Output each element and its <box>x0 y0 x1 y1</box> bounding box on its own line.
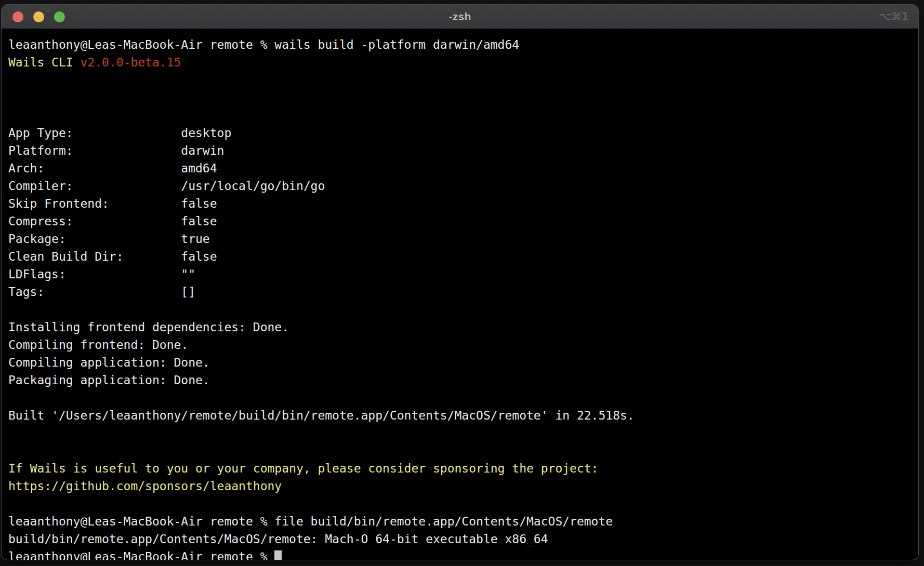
terminal-blank-line <box>8 424 913 442</box>
terminal-text-segment: leaanthony@Leas-MacBook-Air remote % fil… <box>8 515 613 528</box>
sponsor-url[interactable]: https://github.com/sponsors/leaanthony <box>8 479 282 493</box>
config-row-package: Package: true <box>8 230 913 248</box>
terminal-text-segment: Wails CLI <box>8 56 80 69</box>
terminal-blank-line <box>8 89 913 106</box>
terminal-text-segment: If Wails is useful to you or your compan… <box>8 462 598 475</box>
terminal-text-segment: Compress: false <box>8 214 217 228</box>
terminal-blank-line <box>8 301 913 318</box>
terminal-text-segment: Platform: darwin <box>8 144 224 157</box>
prompt-line-build-command: leaanthony@Leas-MacBook-Air remote % wai… <box>8 36 913 53</box>
terminal-text-segment: Compiling frontend: Done. <box>8 338 188 352</box>
config-row-compress: Compress: false <box>8 212 913 230</box>
terminal-text-segment: App Type: desktop <box>8 126 231 140</box>
traffic-lights <box>12 5 65 29</box>
terminal-text-segment: Arch: amd64 <box>8 161 217 175</box>
config-row-compiler: Compiler: /usr/local/go/bin/go <box>8 177 913 195</box>
sponsor-url-line: https://github.com/sponsors/leaanthony <box>8 477 913 495</box>
terminal-text-segment: v2.0.0-beta.15 <box>80 56 181 69</box>
file-command-output-line: build/bin/remote.app/Contents/MacOS/remo… <box>8 530 913 548</box>
terminal-text-segment: leaanthony@Leas-MacBook-Air remote % wai… <box>8 38 519 51</box>
status-compiling-frontend: Compiling frontend: Done. <box>8 336 913 354</box>
terminal-window: -zsh ⌥⌘1 leaanthony@Leas-MacBook-Air rem… <box>1 4 919 560</box>
config-row-app-type: App Type: desktop <box>8 124 913 142</box>
terminal-text-segment: Compiling application: Done. <box>8 356 210 369</box>
zoom-button[interactable] <box>54 11 65 22</box>
titlebar[interactable]: -zsh ⌥⌘1 <box>2 5 918 29</box>
tab-shortcut-label: ⌥⌘1 <box>879 5 909 29</box>
terminal-blank-line <box>8 442 913 460</box>
sponsor-message-line: If Wails is useful to you or your compan… <box>8 460 913 477</box>
terminal-blank-line <box>8 389 913 407</box>
minimize-button[interactable] <box>33 11 44 22</box>
terminal-text-segment: Built '/Users/leaanthony/remote/build/bi… <box>8 409 635 422</box>
config-row-platform: Platform: darwin <box>8 142 913 159</box>
prompt-line-file-command: leaanthony@Leas-MacBook-Air remote % fil… <box>8 513 913 530</box>
close-button[interactable] <box>12 11 23 22</box>
terminal-cursor <box>274 550 282 560</box>
config-row-clean-build-dir: Clean Build Dir: false <box>8 248 913 265</box>
terminal-text-segment: Compiler: /usr/local/go/bin/go <box>8 179 325 193</box>
terminal-text-segment: build/bin/remote.app/Contents/MacOS/remo… <box>8 532 548 546</box>
terminal-text-segment: leaanthony@Leas-MacBook-Air remote % <box>8 550 274 560</box>
terminal-blank-line <box>8 106 913 124</box>
terminal-blank-line <box>8 495 913 513</box>
terminal-blank-line <box>8 71 913 89</box>
terminal-text-segment: Tags: [] <box>8 285 195 299</box>
config-row-ldflags: LDFlags: "" <box>8 265 913 283</box>
terminal-output[interactable]: leaanthony@Leas-MacBook-Air remote % wai… <box>2 29 918 560</box>
terminal-text-segment: Skip Frontend: false <box>8 197 217 210</box>
config-row-arch: Arch: amd64 <box>8 159 913 177</box>
status-compiling-application: Compiling application: Done. <box>8 354 913 371</box>
status-installing-frontend-deps: Installing frontend dependencies: Done. <box>8 318 913 336</box>
terminal-text-segment: Installing frontend dependencies: Done. <box>8 320 289 334</box>
wails-cli-version-line: Wails CLI v2.0.0-beta.15 <box>8 53 913 71</box>
config-row-tags: Tags: [] <box>8 283 913 301</box>
terminal-text-segment: Packaging application: Done. <box>8 373 210 387</box>
terminal-text-segment: Clean Build Dir: false <box>8 250 217 263</box>
config-row-skip-frontend: Skip Frontend: false <box>8 195 913 212</box>
terminal-text-segment: Package: true <box>8 232 210 246</box>
terminal-text-segment: LDFlags: "" <box>8 267 195 281</box>
status-packaging-application: Packaging application: Done. <box>8 371 913 389</box>
build-result-line: Built '/Users/leaanthony/remote/build/bi… <box>8 407 913 424</box>
prompt-line-current: leaanthony@Leas-MacBook-Air remote % <box>8 548 913 560</box>
window-title: -zsh <box>448 10 471 23</box>
